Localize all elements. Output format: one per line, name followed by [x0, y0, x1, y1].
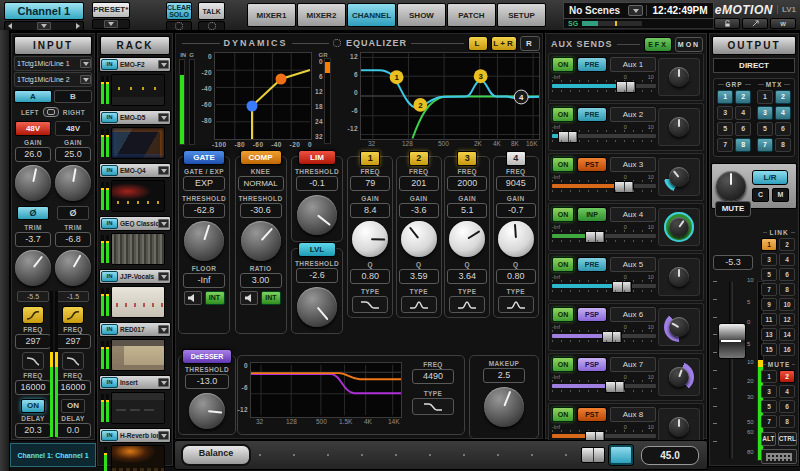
link-cell-4[interactable]: 4 — [779, 253, 795, 266]
comp-int-button[interactable]: INT — [261, 291, 281, 305]
aux-2-name[interactable]: Aux 2 — [610, 107, 656, 122]
aux-5-mode-button[interactable]: PRE — [577, 257, 607, 272]
deesser-threshold-knob[interactable] — [189, 393, 225, 429]
link-cell-5[interactable]: 5 — [761, 268, 777, 281]
rack-slot-header[interactable]: IN JJP-Vocals — [99, 269, 171, 284]
link-cell-12[interactable]: 12 — [779, 313, 795, 326]
trim-right-value[interactable]: -6.8 — [55, 232, 91, 247]
mute-cell-1[interactable]: 1 — [761, 370, 777, 383]
balance-button[interactable]: Balance — [181, 444, 251, 466]
plugin-in-button[interactable]: IN — [101, 377, 118, 388]
aux-4-on-button[interactable]: ON — [552, 207, 574, 222]
grp-cell-3[interactable]: 3 — [717, 106, 733, 120]
plugin-dropdown-icon[interactable] — [158, 431, 169, 440]
aux-2-mode-button[interactable]: PRE — [577, 107, 607, 122]
aux-6-name[interactable]: Aux 6 — [610, 307, 656, 322]
aux-6-on-button[interactable]: ON — [552, 307, 574, 322]
tab-mixer2[interactable]: MIXER2 — [297, 3, 346, 27]
tab-channel[interactable]: CHANNEL — [347, 3, 396, 27]
link-cell-11[interactable]: 11 — [761, 313, 777, 326]
mtx-cell-8[interactable]: 8 — [775, 138, 791, 152]
mute-cell-6[interactable]: 6 — [779, 400, 795, 413]
aux-8-name[interactable]: Aux 8 — [610, 407, 656, 422]
link-cell-1[interactable]: 1 — [761, 238, 777, 251]
channel-name-display[interactable]: Channel 1 — [4, 2, 84, 20]
gate-threshold-knob[interactable] — [184, 221, 224, 261]
plugin-dropdown-icon[interactable] — [158, 272, 169, 281]
delay-right-value[interactable]: 0.0 — [55, 423, 91, 438]
mute-cell-4[interactable]: 4 — [779, 385, 795, 398]
makeup-value[interactable]: 2.5 — [483, 368, 525, 383]
eq-band-3-button[interactable]: 3 — [457, 151, 477, 166]
gear-icon[interactable] — [333, 39, 341, 47]
aux-4-level-fader[interactable]: -Inf010 — [552, 224, 656, 246]
trim-left-knob[interactable] — [15, 250, 51, 286]
aux-5-name[interactable]: Aux 5 — [610, 257, 656, 272]
comp-threshold-value[interactable]: -30.6 — [240, 203, 282, 218]
plugin-thumbnail[interactable] — [111, 74, 165, 106]
dynamics-transfer-graph[interactable] — [214, 52, 312, 140]
aux-3-name[interactable]: Aux 3 — [610, 157, 656, 172]
limiter-threshold-knob[interactable] — [297, 195, 337, 235]
output-fader-handle[interactable] — [718, 323, 746, 359]
source-dropdown-icon[interactable] — [80, 59, 91, 68]
next-channel-button[interactable] — [76, 23, 80, 29]
plugin-thumbnail[interactable] — [111, 392, 165, 424]
limiter-threshold-value[interactable]: -0.1 — [296, 176, 338, 191]
eq-band-1-gain[interactable]: 8.4 — [350, 203, 390, 218]
gate-listen-button[interactable] — [184, 291, 202, 305]
plugin-thumbnail[interactable] — [111, 180, 165, 212]
rack-slot-header[interactable]: IN Insert — [99, 375, 171, 390]
lock-icon[interactable] — [714, 18, 740, 29]
plugin-in-button[interactable]: IN — [101, 324, 118, 335]
delay-on-left-button[interactable]: ON — [21, 399, 45, 413]
mute-cell-2[interactable]: 2 — [779, 370, 795, 383]
eq-mode-lr-button[interactable]: L+R — [491, 36, 517, 51]
tab-setup[interactable]: SETUP — [497, 3, 546, 27]
grp-cell-7[interactable]: 7 — [717, 138, 733, 152]
hpf-left-value[interactable]: 297 — [15, 334, 51, 349]
eq-band-1-gain-knob[interactable] — [352, 221, 388, 257]
aux-1-name[interactable]: Aux 1 — [610, 57, 656, 72]
aux-2-on-button[interactable]: ON — [552, 107, 574, 122]
output-mute-button[interactable]: MUTE — [715, 201, 751, 217]
comp-threshold-knob[interactable] — [241, 221, 281, 261]
source-dropdown-icon[interactable] — [80, 75, 91, 84]
mtx-cell-4[interactable]: 4 — [775, 106, 791, 120]
tab-mixer1[interactable]: MIXER1 — [247, 3, 296, 27]
lpf-left-value[interactable]: 16000 — [15, 380, 51, 395]
phase-right-button[interactable]: Ø — [57, 206, 89, 220]
aux-7-name[interactable]: Aux 7 — [610, 357, 656, 372]
eq-band-4-gain[interactable]: -0.7 — [496, 203, 536, 218]
output-c-button[interactable]: C — [752, 188, 769, 202]
grp-cell-5[interactable]: 5 — [717, 122, 733, 136]
gate-threshold-value[interactable]: -62.8 — [183, 203, 225, 218]
plugin-in-button[interactable]: IN — [101, 59, 118, 70]
mtx-cell-1[interactable]: 1 — [757, 90, 773, 104]
left-scroll-strip[interactable] — [0, 30, 10, 471]
plugin-dropdown-icon[interactable] — [158, 60, 169, 69]
rack-slot-header[interactable]: IN EMO-Q4 — [99, 163, 171, 178]
aux-5-pan-knob[interactable] — [669, 267, 689, 287]
eq-band-2-freq[interactable]: 201 — [399, 176, 439, 191]
input-source-2[interactable]: 1Tctg1Mic/Line 2 — [14, 72, 92, 87]
eq-curve-graph[interactable]: 1 2 3 4 — [360, 52, 540, 140]
gate-header-button[interactable]: GATE — [183, 150, 225, 165]
aux-6-pan-knob[interactable] — [669, 317, 689, 337]
aux-7-on-button[interactable]: ON — [552, 357, 574, 372]
preset-button[interactable]: PRESET* — [92, 2, 130, 18]
hpf-right-button[interactable] — [62, 306, 84, 324]
output-fader-track[interactable] — [729, 281, 733, 459]
output-lr-button[interactable]: L/R — [752, 170, 788, 185]
eq-band-3-gain-knob[interactable] — [449, 221, 485, 257]
scene-dropdown-button[interactable] — [628, 5, 643, 16]
channel-dropdown-button[interactable] — [37, 22, 51, 30]
deesser-threshold-value[interactable]: -13.0 — [185, 374, 229, 389]
link-cell-15[interactable]: 15 — [761, 343, 777, 356]
deesser-header-button[interactable]: DeESSER — [182, 349, 232, 364]
aux-6-mode-button[interactable]: PSP — [577, 307, 607, 322]
preset-dropdown-button[interactable] — [104, 20, 118, 28]
prev-channel-button[interactable] — [8, 23, 12, 29]
eq-band-2-q[interactable]: 3.59 — [399, 269, 439, 284]
grp-cell-4[interactable]: 4 — [735, 106, 751, 120]
